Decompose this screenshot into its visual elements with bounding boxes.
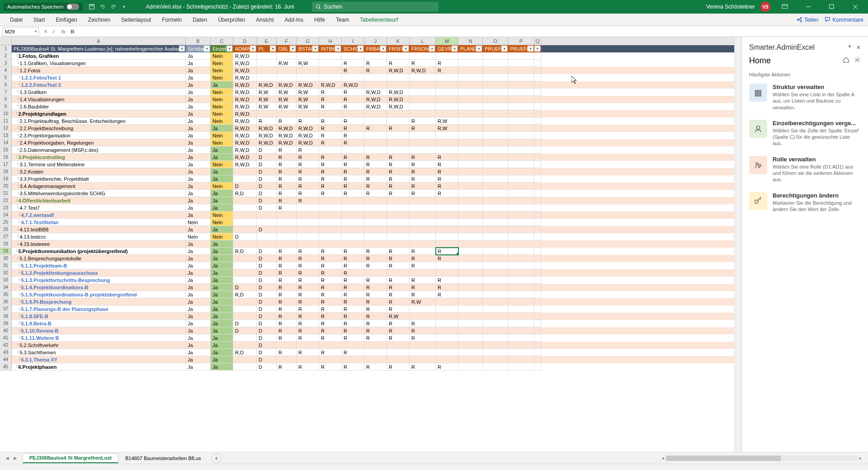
cell-H13[interactable]: R	[319, 132, 342, 139]
cell-O22[interactable]	[483, 197, 508, 204]
cell-B32[interactable]: Ja	[186, 269, 211, 277]
cell-E21[interactable]: D	[257, 190, 277, 197]
cell-G25[interactable]	[297, 219, 319, 226]
cell-E4[interactable]	[257, 67, 277, 74]
cell-H15[interactable]	[319, 146, 342, 154]
cell-E16[interactable]: D	[257, 154, 277, 161]
cell-C26[interactable]: Ja	[211, 226, 233, 233]
cell-M14[interactable]	[436, 139, 458, 146]
cell-K25[interactable]	[387, 219, 410, 226]
cell-P39[interactable]	[508, 320, 534, 327]
cell-C34[interactable]: Ja	[211, 284, 233, 291]
cell-D30[interactable]	[233, 255, 257, 262]
cell-H16[interactable]: R	[319, 154, 342, 161]
cell-Q8[interactable]	[534, 96, 541, 103]
filter-icon[interactable]	[501, 46, 507, 52]
cell-H14[interactable]: R	[319, 139, 342, 146]
cell-P13[interactable]	[508, 132, 534, 139]
cell-E43[interactable]: D	[257, 349, 277, 356]
cell-L2[interactable]	[410, 52, 436, 60]
cell-C6[interactable]: Ja	[211, 81, 233, 89]
cell-F10[interactable]	[277, 110, 297, 118]
cell-D41[interactable]	[233, 334, 257, 342]
cell-E30[interactable]: D	[257, 255, 277, 262]
row-header-30[interactable]: 30	[0, 255, 12, 262]
cell-L45[interactable]: R	[410, 363, 436, 371]
cell-J11[interactable]	[364, 118, 387, 125]
cell-P32[interactable]	[508, 269, 534, 277]
cell-B41[interactable]: Ja	[186, 334, 211, 342]
cell-I19[interactable]: R	[342, 175, 364, 183]
cell-J42[interactable]	[364, 342, 387, 349]
cell-G8[interactable]: R,W	[297, 96, 319, 103]
cell-I23[interactable]	[342, 204, 364, 212]
cell-G26[interactable]	[297, 226, 319, 233]
cell-P2[interactable]	[508, 52, 534, 60]
cell-Q20[interactable]	[534, 183, 541, 190]
tab-datei[interactable]: Datei	[5, 14, 28, 26]
cell-G12[interactable]: R,W,D	[297, 125, 319, 132]
cell-O3[interactable]	[483, 60, 508, 67]
cell-C22[interactable]: Ja	[211, 197, 233, 204]
header-cell-C[interactable]: Einzel	[211, 45, 233, 52]
cell-O26[interactable]	[483, 226, 508, 233]
cell-A36[interactable]: └5.1.6.PI-Besprechung	[12, 298, 186, 306]
cell-A29[interactable]: └5.Projektkommunikation (projektübergrei…	[12, 248, 186, 255]
cell-G22[interactable]: R	[297, 197, 319, 204]
cell-G39[interactable]: R	[297, 320, 319, 327]
cell-B36[interactable]: Ja	[186, 298, 211, 306]
row-header-17[interactable]: 17	[0, 161, 12, 168]
cell-A8[interactable]: └1.4.Visualisierungen	[12, 96, 186, 103]
cell-B16[interactable]: Ja	[186, 154, 211, 161]
tab-ansicht[interactable]: Ansicht	[250, 14, 279, 26]
cell-E38[interactable]: D	[257, 313, 277, 320]
cell-E10[interactable]	[257, 110, 277, 118]
cell-B19[interactable]: Ja	[186, 175, 211, 183]
cell-J16[interactable]: R	[364, 154, 387, 161]
cell-G11[interactable]: R	[297, 118, 319, 125]
cell-C13[interactable]: Nein	[211, 132, 233, 139]
tab-team[interactable]: Team	[330, 14, 354, 26]
cell-K23[interactable]	[387, 204, 410, 212]
row-header-32[interactable]: 32	[0, 269, 12, 277]
cell-O24[interactable]	[483, 212, 508, 219]
cell-K27[interactable]	[387, 233, 410, 240]
cell-Q13[interactable]	[534, 132, 541, 139]
cell-P10[interactable]	[508, 110, 534, 118]
cell-B26[interactable]: Ja	[186, 226, 211, 233]
cell-P43[interactable]	[508, 349, 534, 356]
cell-A41[interactable]: └5.1.11.Weitere B	[12, 334, 186, 342]
cell-J26[interactable]	[364, 226, 387, 233]
cell-H10[interactable]	[319, 110, 342, 118]
cell-A12[interactable]: └2.2.Projektbeschreibung	[12, 125, 186, 132]
cell-N34[interactable]	[458, 284, 483, 291]
cell-M25[interactable]	[436, 219, 458, 226]
cell-L7[interactable]	[410, 89, 436, 96]
cell-G2[interactable]	[297, 52, 319, 60]
cell-D13[interactable]: R,W,D	[233, 132, 257, 139]
cell-O25[interactable]	[483, 219, 508, 226]
cell-F35[interactable]: R	[277, 291, 297, 298]
search-box[interactable]: Suchen	[312, 2, 439, 12]
cell-I26[interactable]	[342, 226, 364, 233]
cell-M22[interactable]	[436, 197, 458, 204]
header-cell-O[interactable]: PRUEFER	[483, 45, 508, 52]
formula-value[interactable]: R	[71, 29, 75, 34]
cell-A24[interactable]: └4.7.2.wertasdf	[12, 212, 186, 219]
cell-K42[interactable]	[387, 342, 410, 349]
row-header-6[interactable]: 6	[0, 81, 12, 89]
cell-J23[interactable]	[364, 204, 387, 212]
cell-L21[interactable]: R	[410, 190, 436, 197]
cell-M36[interactable]	[436, 298, 458, 306]
cell-Q25[interactable]	[534, 219, 541, 226]
cell-O20[interactable]	[483, 183, 508, 190]
cell-P33[interactable]	[508, 277, 534, 284]
cell-G28[interactable]	[297, 240, 319, 248]
cell-G41[interactable]: R	[297, 334, 319, 342]
cell-M18[interactable]: R	[436, 168, 458, 175]
cell-M38[interactable]	[436, 313, 458, 320]
col-header-P[interactable]: P	[508, 37, 534, 45]
cell-C15[interactable]: Ja	[211, 146, 233, 154]
pane-close-icon[interactable]: ✕	[856, 44, 861, 51]
cell-H3[interactable]	[319, 60, 342, 67]
